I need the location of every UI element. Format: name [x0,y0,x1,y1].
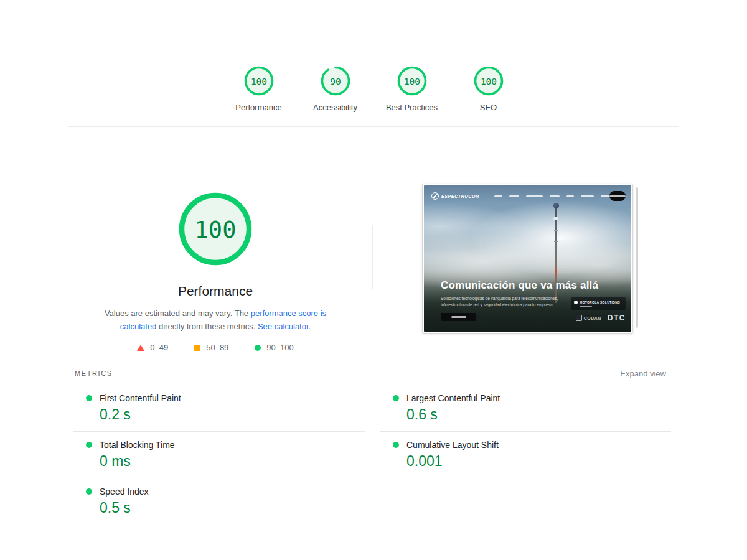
gauge-best-practices[interactable]: 100 Best Practices [374,66,450,112]
logo-subtext-placeholder [580,306,592,307]
performance-gauge-icon: 100 [244,66,274,96]
legend-range: 90–100 [266,343,293,352]
tower-dish [553,217,558,220]
partner-logos: CODAN DTC [576,314,626,322]
metric-name: Speed Index [100,487,149,497]
site-hero-title: Comunicación que va más allá [441,279,598,292]
site-screenshot-thumbnail[interactable]: ESPECTROCOM [422,184,638,334]
main-performance-gauge: 100 [178,192,253,266]
screenshot-image: ESPECTROCOM [424,185,631,332]
metric-total-blocking-time: Total Blocking Time 0 ms [73,431,365,478]
site-logo: ESPECTROCOM [431,192,479,200]
page-title: Performance [122,284,309,299]
score-value: 100 [250,77,266,86]
legend-range: 50–89 [206,343,228,352]
metric-value: 0.5 s [100,500,365,516]
green-dot-icon [86,395,92,401]
site-navbar: ESPECTROCOM [424,185,631,207]
metrics-section-header: METRICS [75,370,113,377]
gauge-label: Accessibility [313,103,357,112]
seo-gauge-icon: 100 [474,66,504,96]
site-hero-subtitle: Soluciones tecnológicas de vanguardia pa… [441,296,568,307]
site-hero-button [441,313,476,321]
green-dot-icon [86,488,92,495]
vertical-divider [372,225,374,289]
site-contact-button [609,191,626,201]
section-divider [68,126,679,127]
nav-item-placeholder [526,195,543,197]
metric-speed-index: Speed Index 0.5 s [73,478,365,525]
score-value: 90 [330,77,341,86]
metric-name: Total Blocking Time [100,440,175,450]
thumbnail-scrollbar[interactable] [636,187,638,328]
nav-item-placeholder [494,195,502,197]
codan-logo-text: CODAN [584,316,601,320]
score-value: 100 [403,77,420,86]
gauge-performance[interactable]: 100 Performance [220,66,297,112]
nav-item-placeholder [581,195,594,197]
main-score-value: 100 [195,217,237,243]
metric-name: Cumulative Layout Shift [406,440,499,450]
nav-item-placeholder [509,195,519,197]
dtc-logo-text: DTC [608,314,626,322]
green-dot-icon [86,442,92,448]
green-dot-icon [393,395,399,401]
legend-fail: 0–49 [137,343,168,352]
description-text: Values are estimated and may vary. The [105,309,251,318]
metric-value: 0.001 [406,453,671,470]
see-calculator-link[interactable]: See calculator. [258,322,311,331]
metric-value: 0.6 s [406,406,671,423]
green-circle-icon [255,345,261,351]
legend-pass: 90–100 [255,343,293,352]
best-practices-gauge-icon: 100 [397,66,427,96]
codan-logo: CODAN [576,315,601,321]
brand-name: ESPECTROCOM [441,194,479,198]
gauge-accessibility[interactable]: 90 Accessibility [297,66,374,112]
motorola-icon [574,301,578,304]
button-text-placeholder [451,316,466,318]
score-description: Values are estimated and may vary. The p… [100,307,331,333]
red-triangle-icon [137,345,144,351]
expand-view-button[interactable]: Expand view [620,369,666,378]
tower-top-ball [553,203,559,208]
category-gauges-row: 100 Performance 90 Accessibility 100 Bes… [0,66,747,112]
tower-antenna [554,230,558,231]
metrics-column-left: First Contentful Paint 0.2 s Total Block… [73,385,365,525]
gauge-label: Performance [235,103,281,112]
screenshot-frame: ESPECTROCOM [422,184,633,334]
description-text: directly from these metrics. [156,322,258,331]
motorola-logo-text: MOTOROLA SOLUTIONS [580,301,620,304]
metrics-column-right: Largest Contentful Paint 0.6 s Cumulativ… [380,385,671,478]
nav-item-placeholder [550,195,560,197]
green-dot-icon [393,442,399,448]
metric-value: 0 ms [100,453,365,470]
site-nav-links [494,195,609,197]
tower-red-segment [555,268,557,276]
tower-antenna [554,241,558,242]
button-text-placeholder [609,195,626,197]
gauge-seo[interactable]: 100 SEO [450,66,527,112]
metric-name: Largest Contentful Paint [406,393,500,403]
nav-item-placeholder [566,195,574,197]
motorola-logo-box: MOTOROLA SOLUTIONS [571,297,626,310]
metric-value: 0.2 s [100,406,365,423]
lighthouse-report: 100 Performance 90 Accessibility 100 Bes… [0,0,747,560]
metric-name: First Contentful Paint [100,393,181,403]
gauge-label: SEO [480,103,497,112]
score-legend: 0–49 50–89 90–100 [91,343,340,352]
bolt-logo-icon [431,192,439,200]
legend-average: 50–89 [194,343,228,352]
metric-first-contentful-paint: First Contentful Paint 0.2 s [73,385,365,431]
nav-item-placeholder [601,195,609,197]
legend-range: 0–49 [150,343,168,352]
score-value: 100 [480,77,496,86]
gauge-label: Best Practices [386,103,438,112]
orange-square-icon [194,345,200,351]
metric-cumulative-layout-shift: Cumulative Layout Shift 0.001 [380,431,671,478]
metric-largest-contentful-paint: Largest Contentful Paint 0.6 s [380,385,671,431]
accessibility-gauge-icon: 90 [321,66,350,96]
codan-icon [576,315,582,321]
